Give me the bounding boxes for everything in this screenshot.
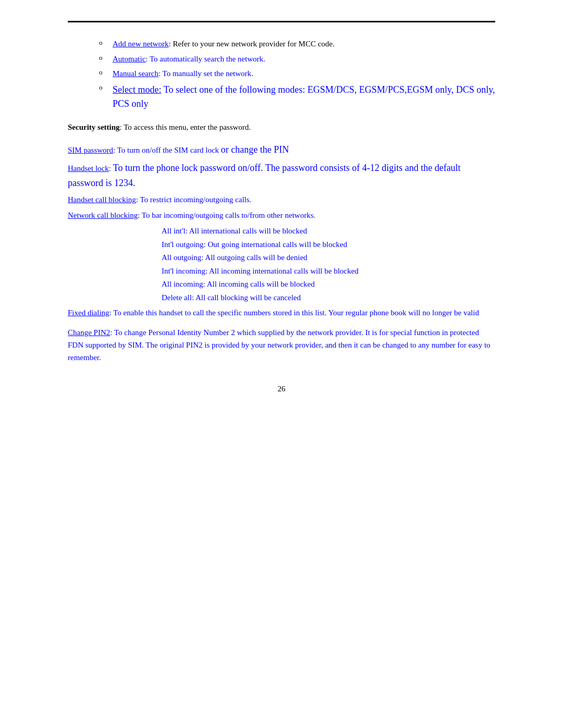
bullet-circle: o xyxy=(99,68,108,77)
handset-lock-link[interactable]: Handset lock xyxy=(68,164,109,172)
handset-lock-block: Handset lock: To turn the phone lock pas… xyxy=(68,161,495,191)
add-new-network-desc: : Refer to your new network provider for… xyxy=(168,40,334,48)
handset-lock-large: To turn the phone lock password on/off. … xyxy=(68,163,461,188)
handset-call-blocking-block: Handset call blocking: To restrict incom… xyxy=(68,193,495,206)
handset-call-blocking-link[interactable]: Handset call blocking xyxy=(68,195,136,204)
handset-lock-colon: : xyxy=(109,164,113,172)
automatic-desc: : To automatically search the network. xyxy=(145,55,265,63)
select-mode-link[interactable]: Select mode: xyxy=(113,84,161,95)
bullet-text: Select mode: To select one of the follow… xyxy=(113,83,495,111)
network-sub-item-4: All incoming: All incoming calls will be… xyxy=(162,278,495,291)
change-pin2-link[interactable]: Change PIN2 xyxy=(68,328,110,337)
security-setting-line: Security setting: To access this menu, e… xyxy=(68,121,495,133)
security-setting-text: : To access this menu, enter the passwor… xyxy=(120,123,251,131)
manual-search-desc: : To manually set the network. xyxy=(158,69,253,78)
list-item: o Automatic: To automatically search the… xyxy=(68,53,495,65)
content-area: o Add new network: Refer to your new net… xyxy=(0,22,563,425)
network-call-blocking-block: Network call blocking: To bar incoming/o… xyxy=(68,209,495,221)
network-sub-item-3: Int'l incoming: All incoming internation… xyxy=(162,265,495,278)
bullet-text: Manual search: To manually set the netwo… xyxy=(113,68,495,80)
sim-password-text: : To turn on/off the SIM card lock xyxy=(113,146,221,154)
sim-password-block: SIM password: To turn on/off the SIM car… xyxy=(68,142,495,157)
network-sub-items: All int'l: All international calls will … xyxy=(68,225,495,304)
bullet-text: Automatic: To automatically search the n… xyxy=(113,53,495,65)
network-sub-item-1: Int'l outgoing: Out going international … xyxy=(162,238,495,252)
security-setting-label: Security setting xyxy=(68,123,120,131)
add-new-network-link[interactable]: Add new network xyxy=(113,40,168,48)
sim-password-link[interactable]: SIM password xyxy=(68,146,113,154)
list-item: o Select mode: To select one of the foll… xyxy=(68,83,495,111)
fixed-dialing-text: : To enable this handset to call the spe… xyxy=(109,309,479,317)
bullet-circle: o xyxy=(99,39,108,47)
list-item: o Manual search: To manually set the net… xyxy=(68,68,495,80)
page-container: o Add new network: Refer to your new net… xyxy=(0,21,563,728)
bullet-text: Add new network: Refer to your new netwo… xyxy=(113,38,495,50)
network-sub-item-5: Delete all: All call blocking will be ca… xyxy=(162,291,495,305)
network-sub-item-0: All int'l: All international calls will … xyxy=(162,225,495,238)
network-call-blocking-link[interactable]: Network call blocking xyxy=(68,211,138,219)
sim-password-rest: or change the PIN xyxy=(221,144,289,155)
network-sub-item-2: All outgoing: All outgoing calls will be… xyxy=(162,251,495,265)
change-pin2-block: Change PIN2: To change Personal Identity… xyxy=(68,326,495,364)
page-number: 26 xyxy=(68,385,495,393)
handset-call-blocking-text: : To restrict incoming/outgoing calls. xyxy=(136,195,252,204)
fixed-dialing-block: Fixed dialing: To enable this handset to… xyxy=(68,306,495,319)
fixed-dialing-link[interactable]: Fixed dialing xyxy=(68,309,109,317)
bullet-circle: o xyxy=(99,83,108,92)
manual-search-link[interactable]: Manual search xyxy=(113,69,158,78)
bullet-circle: o xyxy=(99,54,108,62)
select-mode-desc: To select one of the following modes: EG… xyxy=(113,84,495,109)
automatic-link[interactable]: Automatic xyxy=(113,55,145,63)
network-call-blocking-text: : To bar incoming/outgoing calls to/from… xyxy=(138,211,315,219)
bullet-list: o Add new network: Refer to your new net… xyxy=(68,38,495,111)
change-pin2-text: : To change Personal Identity Number 2 w… xyxy=(68,328,491,362)
list-item: o Add new network: Refer to your new net… xyxy=(68,38,495,50)
